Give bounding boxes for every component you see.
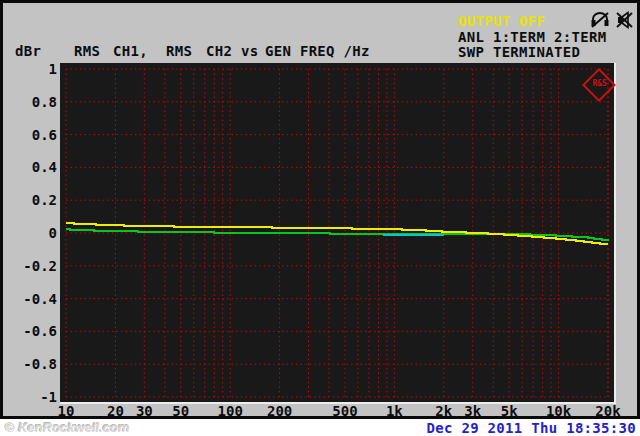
x-tick-label: 20k [586, 404, 630, 418]
header-x-quantity: GEN FREQ /Hz [265, 44, 370, 58]
x-tick-label: 5k [487, 404, 531, 418]
x-tick-label: 100 [208, 404, 252, 418]
chart-plot-area: R&S [60, 63, 616, 404]
y-tick-label: 1 [3, 62, 57, 76]
header-ch1: CH1, [113, 44, 148, 58]
x-tick-label: 500 [323, 404, 367, 418]
frequency-response-chart [60, 63, 614, 402]
x-tick-label: 200 [258, 404, 302, 418]
y-unit-label: dBr [15, 44, 41, 58]
x-tick-label: 50 [159, 404, 203, 418]
y-tick-label: -0.8 [3, 357, 57, 371]
y-tick-label: -0.2 [3, 259, 57, 273]
output-off-status: OUTPUT OFF [458, 14, 545, 28]
monitor-icons [590, 11, 636, 29]
y-tick-label: 0.4 [3, 160, 57, 174]
x-tick-label: 10k [537, 404, 581, 418]
y-tick-label: 0 [3, 226, 57, 240]
analyzer-screenshot: OUTPUT OFF ANL 1:TERM 2:TERM SWP TERMINA… [0, 0, 640, 436]
sweep-status: SWP TERMINATED [458, 45, 580, 59]
x-tick-label: 1k [372, 404, 416, 418]
header-func-ch2: RMS [166, 44, 192, 58]
y-tick-label: 0.8 [3, 95, 57, 109]
headphones-muted-icon [590, 11, 610, 29]
y-tick-label: 0.2 [3, 193, 57, 207]
watermark: © KenRockwell.com [5, 420, 129, 435]
footer-strip: © KenRockwell.com Dec 29 2011 Thu 18:35:… [0, 419, 640, 436]
speaker-muted-icon [615, 11, 635, 29]
y-tick-label: 0.6 [3, 128, 57, 142]
y-tick-label: -0.6 [3, 324, 57, 338]
x-tick-label: 10 [44, 404, 88, 418]
instrument-screen: OUTPUT OFF ANL 1:TERM 2:TERM SWP TERMINA… [0, 0, 640, 419]
y-tick-label: -1 [3, 390, 57, 404]
analyzer-status: ANL 1:TERM 2:TERM [458, 30, 606, 44]
header-ch2-vs: CH2 vs [206, 44, 258, 58]
rs-logo-text: R&S [591, 79, 609, 89]
y-tick-label: -0.4 [3, 292, 57, 306]
header-func-ch1: RMS [74, 44, 100, 58]
date-time-stamp: Dec 29 2011 Thu 18:35:30 [427, 420, 637, 436]
